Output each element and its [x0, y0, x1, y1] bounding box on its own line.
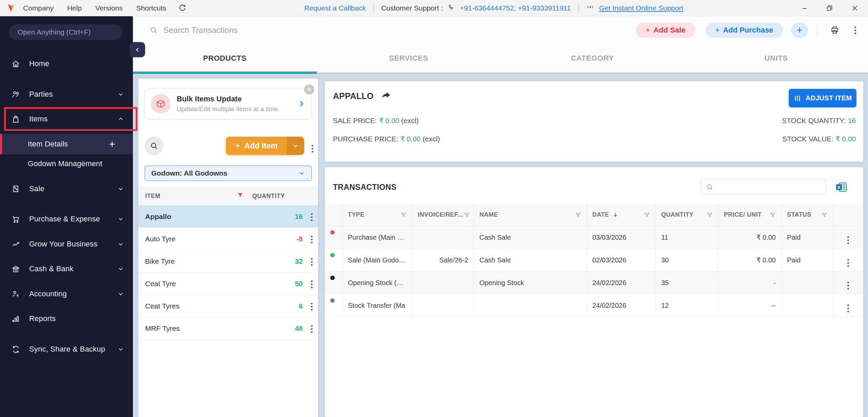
transaction-search[interactable]	[149, 25, 636, 35]
list-item[interactable]: Bike Tyre 32	[138, 250, 318, 273]
sidebar-collapse-button[interactable]	[130, 42, 145, 57]
list-item[interactable]: Ceat Tyres 6	[138, 295, 318, 317]
sidebar-item-sale[interactable]: Sale	[0, 179, 133, 198]
filter-icon[interactable]	[770, 212, 776, 218]
more-options-kebab-icon[interactable]	[848, 23, 863, 38]
column-invoice[interactable]: INVOICE/REF...	[412, 204, 474, 226]
divider	[373, 3, 374, 13]
refresh-icon[interactable]	[178, 4, 186, 12]
filter-icon[interactable]	[821, 212, 827, 218]
table-row[interactable]: Sale (Main Godo… Sale/26-2 Cash Sale 02/…	[325, 249, 863, 272]
sidebar-item-grow-your-business[interactable]: Grow Your Business	[0, 235, 133, 254]
menu-company[interactable]: Company	[23, 4, 54, 12]
sidebar-item-reports[interactable]: Reports	[0, 309, 133, 328]
row-options-kebab-icon[interactable]	[311, 303, 313, 309]
row-options-kebab-icon[interactable]	[833, 249, 863, 272]
filter-icon[interactable]	[644, 212, 650, 218]
column-name[interactable]: NAME	[474, 204, 587, 226]
transactions-table-header: TYPE INVOICE/REF... NAME DATE QUANTITY P…	[325, 204, 863, 226]
add-item-plus-icon[interactable]: +	[109, 138, 115, 151]
transactions-search-box[interactable]	[701, 179, 826, 195]
list-item[interactable]: Ceat Tyre 50	[138, 273, 318, 295]
filter-icon[interactable]	[707, 212, 713, 218]
table-row[interactable]: Opening Stock (… Opening Stock 24/02/202…	[325, 272, 863, 294]
sidebar-item-item-details[interactable]: Item Details +	[0, 134, 133, 154]
row-options-kebab-icon[interactable]	[311, 326, 313, 331]
column-date[interactable]: DATE	[587, 204, 656, 226]
column-type[interactable]: TYPE	[342, 204, 412, 226]
item-list-options-kebab-icon[interactable]	[312, 137, 313, 155]
sale-receipt-icon	[11, 184, 21, 194]
online-support-link[interactable]: Get Instant Online Support	[599, 4, 684, 12]
bulk-card-subtitle: Update/Edit multiple items at a time.	[177, 105, 280, 113]
add-item-button[interactable]: +Add Item	[226, 137, 304, 155]
sidebar-item-label: Cash & Bank	[29, 264, 74, 273]
open-anything-input[interactable]	[9, 24, 123, 40]
tab-units[interactable]: UNITS	[684, 44, 868, 73]
godown-filter-dropdown[interactable]: Godown: All Godowns	[144, 165, 312, 181]
reports-chart-icon	[11, 314, 21, 323]
share-icon[interactable]	[381, 90, 391, 102]
add-purchase-button[interactable]: +Add Purchase	[706, 23, 783, 38]
list-item[interactable]: Auto Tyre -8	[138, 228, 318, 250]
row-options-kebab-icon[interactable]	[833, 272, 863, 294]
close-icon[interactable]	[851, 4, 859, 12]
add-more-button[interactable]: +	[791, 22, 808, 38]
minimize-icon[interactable]	[801, 4, 808, 12]
tab-category[interactable]: CATEGORY	[500, 44, 684, 73]
item-search-button[interactable]	[144, 136, 163, 155]
menu-versions[interactable]: Versions	[95, 4, 123, 12]
export-excel-icon[interactable]: X	[835, 181, 847, 193]
menu-help[interactable]: Help	[67, 4, 82, 12]
sidebar-item-godown-management[interactable]: Godown Management	[0, 154, 133, 173]
row-options-kebab-icon[interactable]	[833, 294, 863, 317]
sidebar-item-items[interactable]: Items	[0, 110, 133, 128]
tab-services[interactable]: SERVICES	[317, 44, 500, 73]
adjust-item-button[interactable]: ADJUST ITEM	[789, 89, 856, 107]
row-options-kebab-icon[interactable]	[311, 259, 313, 264]
add-item-dropdown-caret[interactable]	[287, 137, 304, 155]
close-banner-icon[interactable]: ✕	[304, 84, 314, 95]
phone-icon	[448, 3, 455, 13]
sidebar-item-home[interactable]: Home	[0, 54, 133, 73]
sidebar-item-parties[interactable]: Parties	[0, 85, 133, 104]
sidebar-item-label: Reports	[29, 314, 56, 323]
chevron-down-icon	[117, 291, 124, 297]
filter-icon[interactable]	[237, 192, 243, 200]
list-item[interactable]: MRF Tyres 48	[138, 317, 318, 340]
request-callback-link[interactable]: Request a Callback	[304, 4, 366, 12]
sidebar-item-label: Home	[29, 59, 50, 68]
item-detail-card: APPALLO ADJUST ITEM SALE PRICE: ₹ 0.00 (…	[325, 81, 863, 162]
row-options-kebab-icon[interactable]	[311, 281, 313, 286]
column-quantity[interactable]: QUANTITY	[656, 204, 718, 226]
vyapar-logo-icon	[6, 3, 16, 13]
row-options-kebab-icon[interactable]	[311, 236, 313, 242]
sidebar-item-accounting[interactable]: ₹ Accounting	[0, 284, 133, 303]
sidebar-item-sync-share-backup[interactable]: Sync, Share & Backup	[0, 340, 133, 359]
sidebar-item-purchase-expense[interactable]: Purchase & Expense	[0, 210, 133, 229]
stock-value: STOCK VALUE: ₹ 0.00	[782, 135, 856, 143]
sidebar-item-cash-bank[interactable]: Cash & Bank	[0, 259, 133, 278]
restore-icon[interactable]	[826, 4, 833, 12]
filter-icon[interactable]	[575, 212, 581, 218]
filter-icon[interactable]	[464, 212, 470, 218]
add-sale-button[interactable]: +Add Sale	[636, 23, 695, 38]
bulk-items-update-card[interactable]: Bulk Items Update Update/Edit multiple i…	[144, 88, 312, 119]
print-icon[interactable]	[827, 23, 842, 38]
list-item[interactable]: Appallo 16	[138, 205, 318, 228]
row-options-kebab-icon[interactable]	[311, 214, 313, 219]
row-options-kebab-icon[interactable]	[833, 226, 863, 249]
table-row[interactable]: Purchase (Main … Cash Sale 03/03/2026 11…	[325, 226, 863, 249]
sort-descending-icon[interactable]	[612, 212, 619, 218]
table-row[interactable]: Stock Transfer (Ma 24/02/2026 12 --	[325, 294, 863, 317]
column-price-unit[interactable]: PRICE/ UNIT	[718, 204, 782, 226]
item-list: Appallo 16 Auto Tyre -8 Bike Tyre 32	[138, 205, 318, 417]
transactions-search-input[interactable]	[717, 183, 822, 191]
column-status[interactable]: STATUS	[782, 204, 833, 226]
menu-shortcuts[interactable]: Shortcuts	[136, 4, 166, 12]
filter-icon[interactable]	[400, 212, 407, 218]
support-phone-numbers[interactable]: +91-6364444752, +91-9333911911	[460, 4, 571, 12]
search-transactions-input[interactable]	[163, 25, 333, 35]
tab-products[interactable]: PRODUCTS	[133, 44, 317, 73]
plus-icon: +	[646, 26, 650, 35]
